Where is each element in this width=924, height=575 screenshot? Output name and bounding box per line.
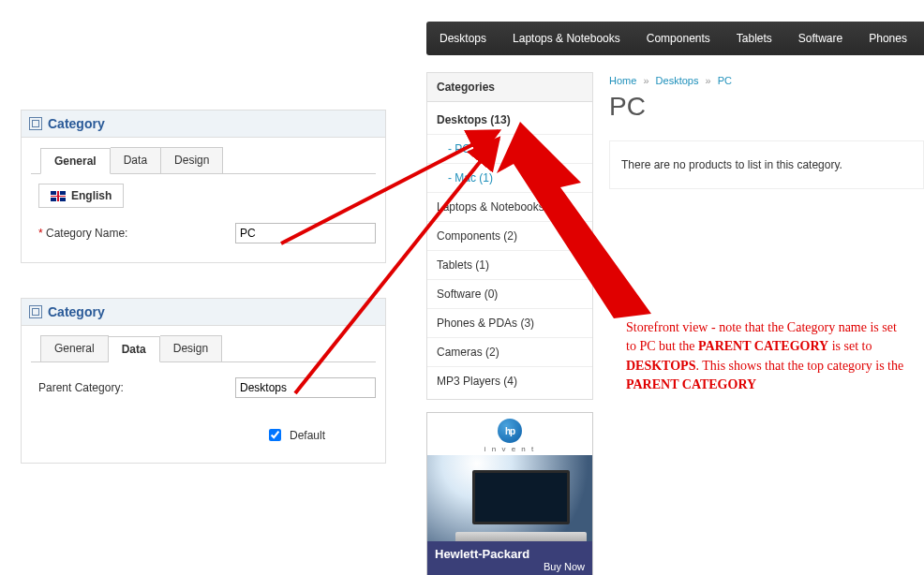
cat-tablets[interactable]: Tablets (1): [427, 251, 592, 280]
required-mark: *: [38, 227, 43, 240]
nav-laptops[interactable]: Laptops & Notebooks: [499, 32, 633, 45]
categories-list: Desktops (13) - PC (0) - Mac (1) Laptops…: [427, 102, 592, 399]
cat-software[interactable]: Software (0): [427, 280, 592, 309]
breadcrumb-pc[interactable]: PC: [718, 75, 732, 86]
tab-data[interactable]: Data: [111, 147, 161, 173]
default-checkbox-label[interactable]: Default: [265, 426, 376, 444]
panel-header: Category: [22, 299, 385, 326]
flag-gb-icon: [51, 191, 66, 201]
cat-mp3[interactable]: MP3 Players (4): [427, 367, 592, 395]
panel-title: Category: [48, 304, 105, 319]
admin-tabs: General Data Design: [31, 326, 376, 361]
breadcrumb: Home » Desktops » PC: [609, 75, 924, 86]
category-name-row: * Category Name:: [22, 208, 385, 262]
panel-icon: [29, 305, 42, 318]
cat-desktops[interactable]: Desktops (13): [427, 106, 592, 135]
tab-design[interactable]: Design: [160, 335, 222, 361]
cat-laptops[interactable]: Laptops & Notebooks (5): [427, 193, 592, 222]
storefront-categories-box: Categories Desktops (13) - PC (0) - Mac …: [426, 72, 593, 400]
panel-header: Category: [22, 111, 385, 138]
category-name-label: * Category Name:: [38, 227, 235, 240]
language-tab-english[interactable]: English: [38, 184, 124, 208]
admin-tabs: General Data Design: [31, 138, 376, 173]
promo-image: [427, 455, 592, 541]
cat-desktops-pc[interactable]: - PC (0): [427, 135, 592, 164]
breadcrumb-desktops[interactable]: Desktops: [656, 75, 699, 86]
promo-line1: Hewlett-Packard: [435, 547, 585, 561]
laptop-icon: [455, 470, 587, 541]
tab-general[interactable]: General: [40, 335, 109, 361]
default-checkbox[interactable]: [269, 429, 281, 441]
hp-invent-text: i n v e n t: [484, 445, 535, 453]
promo-logo-row: hp i n v e n t: [427, 413, 592, 455]
tab-data[interactable]: Data: [109, 336, 160, 362]
admin-category-panel-data: Category General Data Design Parent Cate…: [21, 298, 386, 464]
breadcrumb-home[interactable]: Home: [609, 75, 636, 86]
language-label: English: [71, 189, 112, 202]
promo-caption: Hewlett-Packard Buy Now: [427, 541, 592, 575]
panel-icon: [29, 117, 42, 130]
language-tab-row: English: [22, 174, 385, 208]
cat-cameras[interactable]: Cameras (2): [427, 338, 592, 367]
parent-category-label: Parent Category:: [38, 381, 235, 394]
tab-design[interactable]: Design: [161, 147, 223, 173]
tab-general[interactable]: General: [40, 148, 111, 174]
nav-software[interactable]: Software: [785, 32, 856, 45]
parent-category-row: Parent Category:: [22, 362, 385, 417]
default-checkbox-row: Default: [22, 417, 385, 463]
parent-category-input[interactable]: [235, 377, 376, 398]
promo-line2: Buy Now: [544, 561, 585, 572]
cat-components[interactable]: Components (2): [427, 222, 592, 251]
nav-tablets[interactable]: Tablets: [723, 32, 785, 45]
categories-title: Categories: [427, 73, 592, 102]
nav-components[interactable]: Components: [633, 32, 723, 45]
category-name-input[interactable]: [235, 223, 376, 243]
nav-phones[interactable]: Phones: [856, 32, 920, 45]
promo-banner-hp[interactable]: hp i n v e n t Hewlett-Packard Buy Now: [426, 412, 593, 575]
cat-phones[interactable]: Phones & PDAs (3): [427, 309, 592, 338]
storefront-main: Home » Desktops » PC PC There are no pro…: [609, 75, 924, 189]
empty-category-message: There are no products to list in this ca…: [609, 140, 924, 189]
cat-desktops-mac[interactable]: - Mac (1): [427, 164, 592, 193]
panel-title: Category: [48, 116, 105, 131]
annotation-text: Storefront view - note that the Category…: [626, 318, 907, 394]
hp-logo-icon: hp: [498, 419, 522, 443]
nav-desktops[interactable]: Desktops: [426, 32, 499, 45]
admin-category-panel-general: Category General Data Design English * C…: [21, 110, 386, 263]
storefront-topnav: Desktops Laptops & Notebooks Components …: [426, 22, 924, 55]
page-title: PC: [609, 92, 924, 122]
